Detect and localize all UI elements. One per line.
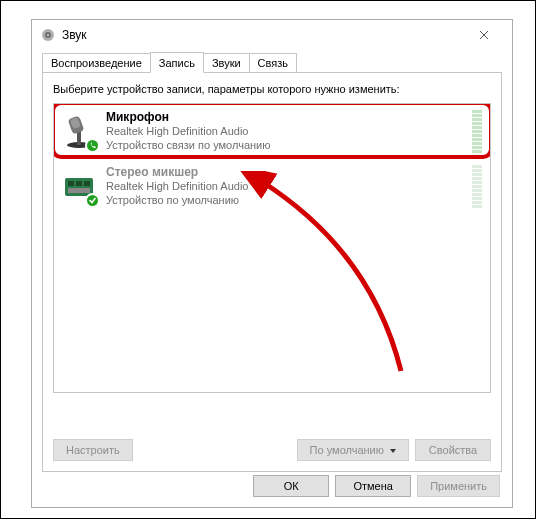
ok-button[interactable]: ОК	[253, 475, 329, 497]
close-button[interactable]	[464, 21, 504, 49]
default-button[interactable]: По умолчанию	[297, 439, 409, 461]
device-text: Стерео микшер Realtek High Definition Au…	[106, 165, 464, 208]
svg-point-2	[47, 34, 49, 36]
device-status: Устройство связи по умолчанию	[106, 139, 464, 153]
tab-communications[interactable]: Связь	[249, 53, 297, 72]
instruction-text: Выберите устройство записи, параметры ко…	[53, 83, 491, 95]
window-title: Звук	[62, 28, 464, 42]
svg-rect-9	[76, 181, 82, 186]
default-button-label: По умолчанию	[310, 444, 384, 456]
svg-rect-11	[68, 188, 90, 193]
properties-button[interactable]: Свойства	[415, 439, 491, 461]
list-item[interactable]: Стерео микшер Realtek High Definition Au…	[54, 159, 490, 214]
level-meter	[472, 165, 482, 208]
panel-button-row: Настроить По умолчанию Свойства	[53, 439, 491, 461]
device-name: Стерео микшер	[106, 165, 198, 179]
cancel-button[interactable]: Отмена	[335, 475, 411, 497]
device-name: Микрофон	[106, 110, 169, 124]
microphone-icon	[62, 115, 96, 149]
titlebar[interactable]: Звук	[32, 20, 512, 50]
tab-strip: Воспроизведение Запись Звуки Связь	[42, 50, 502, 72]
device-status: Устройство по умолчанию	[106, 194, 464, 208]
tab-sounds[interactable]: Звуки	[203, 53, 250, 72]
svg-rect-10	[84, 181, 90, 186]
device-text: Микрофон Realtek High Definition Audio У…	[106, 110, 464, 153]
apply-button[interactable]: Применить	[417, 475, 500, 497]
level-meter	[472, 110, 482, 153]
check-badge-icon	[85, 193, 100, 208]
dialog-button-row: ОК Отмена Применить	[253, 475, 500, 497]
tab-playback[interactable]: Воспроизведение	[42, 53, 151, 72]
speaker-icon	[40, 27, 56, 43]
device-list[interactable]: Микрофон Realtek High Definition Audio У…	[53, 103, 491, 393]
configure-button[interactable]: Настроить	[53, 439, 133, 461]
recording-panel: Выберите устройство записи, параметры ко…	[42, 72, 502, 472]
device-driver: Realtek High Definition Audio	[106, 180, 464, 194]
sound-dialog: Звук Воспроизведение Запись Звуки Связь …	[31, 19, 513, 508]
tab-recording[interactable]: Запись	[150, 52, 204, 73]
device-driver: Realtek High Definition Audio	[106, 125, 464, 139]
svg-rect-8	[68, 181, 74, 186]
phone-badge-icon	[85, 138, 100, 153]
chevron-down-icon	[390, 449, 396, 453]
soundcard-icon	[62, 170, 96, 204]
list-item[interactable]: Микрофон Realtek High Definition Audio У…	[54, 104, 490, 159]
